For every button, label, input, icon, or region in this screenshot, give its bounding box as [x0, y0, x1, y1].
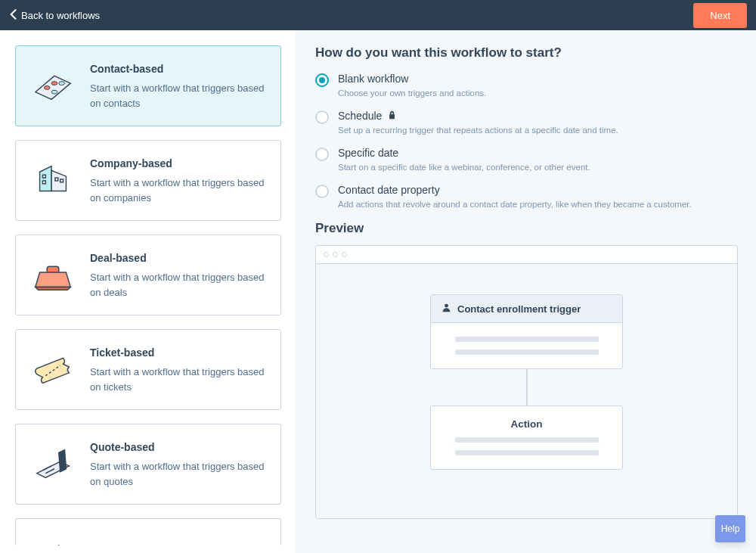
preview-connector	[526, 369, 528, 405]
radio-icon	[315, 110, 329, 124]
lock-icon	[388, 110, 396, 122]
preview-trigger-node: Contact enrollment trigger	[430, 294, 623, 369]
next-button[interactable]: Next	[693, 3, 747, 28]
placeholder-line	[455, 450, 599, 455]
workflow-card-title: Quote-based	[90, 441, 265, 453]
preview-box: Contact enrollment trigger Action	[315, 245, 738, 519]
start-option-desc: Add actions that revolve around a contac…	[338, 198, 738, 210]
radio-icon	[315, 148, 329, 161]
svg-rect-7	[60, 179, 64, 182]
workflow-card-title: Ticket-based	[90, 346, 265, 359]
workflow-card-contact[interactable]: Contact-based Start with a workflow that…	[15, 45, 281, 126]
placeholder-line	[455, 437, 599, 443]
main-layout: Contact-based Start with a workflow that…	[0, 30, 756, 553]
start-option-title: Schedule	[338, 110, 382, 122]
workflow-card-desc: Start with a workflow that triggers base…	[90, 176, 265, 205]
workflow-card-desc: Start with a workflow that triggers base…	[90, 365, 265, 394]
deal-card-icon	[29, 250, 76, 297]
start-option-desc: Set up a recurring trigger that repeats …	[338, 124, 738, 136]
start-option-blank[interactable]: Blank workflow Choose your own triggers …	[315, 73, 738, 99]
workflow-card-title: Deal-based	[90, 252, 265, 264]
start-option-title: Specific date	[338, 147, 398, 159]
svg-point-1	[51, 82, 57, 85]
radio-icon	[315, 185, 329, 198]
topbar: Back to workflows Next	[0, 0, 756, 30]
back-label: Back to workflows	[21, 10, 100, 21]
workflow-card-desc: Start with a workflow that triggers base…	[90, 81, 265, 110]
placeholder-line	[455, 350, 599, 355]
workflow-card-ticket[interactable]: Ticket-based Start with a workflow that …	[15, 329, 281, 410]
help-button[interactable]: Help	[715, 515, 745, 542]
right-panel: How do you want this workflow to start? …	[295, 30, 756, 553]
start-option-schedule[interactable]: Schedule Set up a recurring trigger that…	[315, 110, 738, 136]
workflow-card-desc: Start with a workflow that triggers base…	[90, 459, 265, 489]
workflow-card-desc: Start with a workflow that triggers base…	[90, 270, 265, 300]
start-option-specific-date[interactable]: Specific date Start on a specific date l…	[315, 147, 738, 173]
start-option-desc: Choose your own triggers and actions.	[338, 87, 738, 99]
start-option-desc: Start on a specific date like a webinar,…	[338, 161, 738, 173]
contact-card-icon	[29, 61, 76, 108]
preview-action-label: Action	[431, 406, 622, 437]
ticket-card-icon	[29, 345, 76, 392]
svg-point-2	[59, 82, 65, 85]
person-icon	[442, 303, 451, 315]
workflow-card-quote[interactable]: Quote-based Start with a workflow that t…	[15, 424, 281, 505]
start-option-contact-date[interactable]: Contact date property Add actions that r…	[315, 184, 738, 210]
preview-heading: Preview	[315, 221, 738, 236]
svg-rect-6	[55, 178, 58, 181]
start-option-title: Contact date property	[338, 184, 440, 196]
svg-rect-4	[42, 175, 45, 178]
workflow-card-title: Company-based	[90, 157, 265, 169]
workflow-card-deal[interactable]: Deal-based Start with a workflow that tr…	[15, 235, 281, 315]
quote-card-icon	[29, 440, 76, 486]
preview-action-node: Action	[430, 405, 623, 470]
radio-icon	[315, 73, 329, 87]
back-to-workflows-link[interactable]: Back to workflows	[9, 9, 100, 22]
preview-titlebar	[316, 246, 737, 264]
workflow-type-list: Contact-based Start with a workflow that…	[0, 30, 295, 553]
placeholder-line	[455, 337, 599, 342]
company-card-icon	[29, 156, 76, 203]
window-dot-icon	[324, 252, 329, 257]
workflow-card-partial[interactable]	[15, 518, 281, 545]
svg-rect-5	[42, 181, 45, 184]
window-dot-icon	[333, 252, 338, 257]
preview-canvas: Contact enrollment trigger Action	[316, 264, 737, 518]
chevron-left-icon	[9, 9, 17, 22]
preview-trigger-label: Contact enrollment trigger	[457, 303, 581, 315]
start-option-title: Blank workflow	[338, 73, 408, 85]
svg-point-3	[51, 90, 57, 94]
workflow-card-company[interactable]: Company-based Start with a workflow that…	[15, 140, 281, 221]
window-dot-icon	[342, 252, 347, 257]
svg-point-0	[44, 85, 50, 89]
partial-card-icon	[29, 534, 76, 545]
workflow-card-title: Contact-based	[90, 63, 265, 75]
start-heading: How do you want this workflow to start?	[315, 45, 738, 61]
